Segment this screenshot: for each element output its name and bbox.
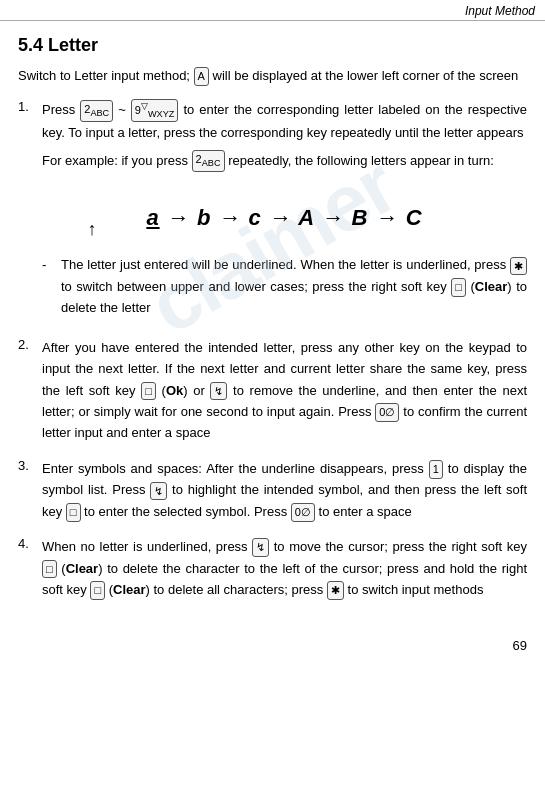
diagram-letter-A: A <box>298 205 314 230</box>
key-star-4: ✱ <box>327 581 344 600</box>
label-clear-4a: Clear <box>66 561 99 576</box>
diagram-arrow-5: → <box>376 205 406 230</box>
diagram-arrow-3: → <box>269 205 298 230</box>
key-2abc-example: 2ABC <box>192 150 225 172</box>
key-1-3: 1 <box>429 460 443 479</box>
diagram-arrow-1: → <box>167 205 197 230</box>
key-softright: □ <box>451 278 466 297</box>
list-item-3: 3. Enter symbols and spaces: After the u… <box>18 458 527 522</box>
section-title: 5.4 Letter <box>18 35 527 56</box>
key-2abc: 2ABC <box>80 100 113 122</box>
list-num-2: 2. <box>18 337 36 352</box>
header-title: Input Method <box>465 4 535 18</box>
list-body-4: When no letter is underlined, press ↯ to… <box>42 536 527 600</box>
label-clear-1: Clear <box>475 279 508 294</box>
key-softright-4a: □ <box>42 560 57 579</box>
list-item-2: 2. After you have entered the intended l… <box>18 337 527 444</box>
key-nav-2: ↯ <box>210 382 227 401</box>
list-body-2: After you have entered the intended lett… <box>42 337 527 444</box>
diagram-letter-C: C <box>406 205 423 230</box>
instruction-list: 1. Press 2ABC ~ 9▽WXYZ to enter the corr… <box>18 99 527 601</box>
key-nav-3: ↯ <box>150 482 167 501</box>
list-num-1: 1. <box>18 99 36 114</box>
list-body-1: Press 2ABC ~ 9▽WXYZ to enter the corresp… <box>42 99 527 323</box>
key-0-2: 0∅ <box>375 403 399 422</box>
sub-bullet-1: - The letter just entered will be underl… <box>42 254 527 318</box>
key-star: ✱ <box>510 257 527 276</box>
key-softleft-2: □ <box>141 382 156 401</box>
list-item-4: 4. When no letter is underlined, press ↯… <box>18 536 527 600</box>
diagram-letter-b: b <box>197 205 211 230</box>
list-num-4: 4. <box>18 536 36 551</box>
diagram-arrow-4: → <box>321 205 351 230</box>
diagram-letter-B: B <box>352 205 369 230</box>
intro-paragraph: Switch to Letter input method; A will be… <box>18 66 527 87</box>
label-clear-4b: Clear <box>113 582 146 597</box>
label-ok: Ok <box>166 383 183 398</box>
list-body-3: Enter symbols and spaces: After the unde… <box>42 458 527 522</box>
diagram-arrow-2: → <box>218 205 248 230</box>
key-A: A <box>194 67 209 86</box>
page-number: 69 <box>0 628 545 661</box>
key-softleft-3: □ <box>66 503 81 522</box>
diagram-letter-c: c <box>249 205 262 230</box>
sub-body-1: The letter just entered will be underlin… <box>61 254 527 318</box>
key-nav-4: ↯ <box>252 538 269 557</box>
letter-diagram: a → b → c → A → B → C <box>42 182 527 236</box>
key-0-3: 0∅ <box>291 503 315 522</box>
diagram-letter-a: a <box>146 205 159 230</box>
key-softright-4b: □ <box>90 581 105 600</box>
page-header: Input Method <box>0 0 545 21</box>
key-9wxyz: 9▽WXYZ <box>131 99 179 123</box>
list-item-1: 1. Press 2ABC ~ 9▽WXYZ to enter the corr… <box>18 99 527 323</box>
up-arrow-indicator: ↑ <box>88 220 97 238</box>
list-num-3: 3. <box>18 458 36 473</box>
sub-dash: - <box>42 254 56 275</box>
